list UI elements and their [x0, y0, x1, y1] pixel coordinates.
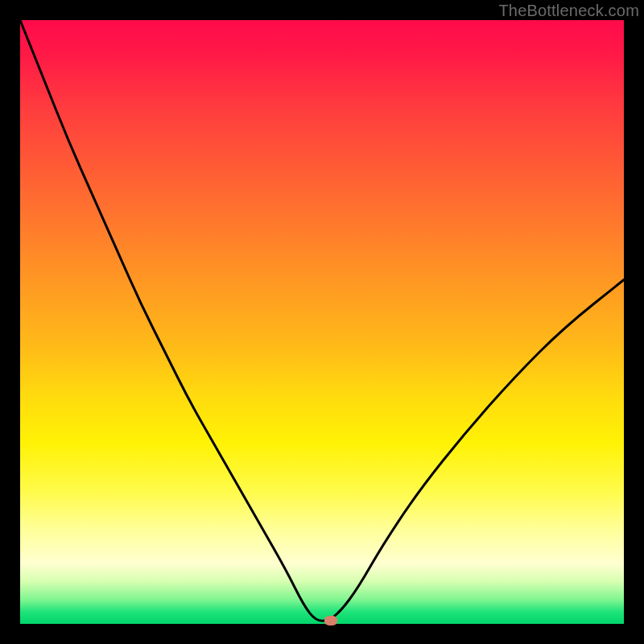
bottleneck-curve	[20, 20, 624, 621]
curve-svg	[20, 20, 624, 624]
chart-frame: TheBottleneck.com	[0, 0, 644, 644]
optimum-marker	[324, 616, 337, 625]
watermark-text: TheBottleneck.com	[498, 2, 639, 20]
plot-area	[20, 20, 624, 624]
